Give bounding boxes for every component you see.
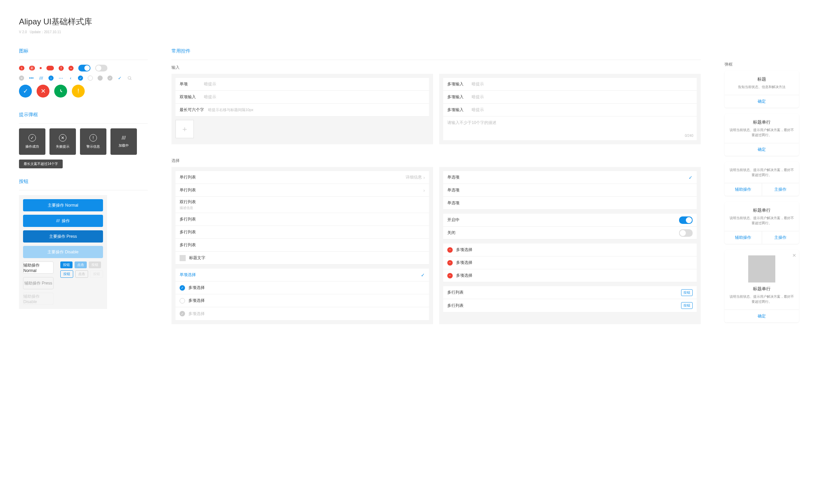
close-icon[interactable]: ✕ bbox=[792, 253, 796, 258]
switch-off[interactable] bbox=[679, 229, 693, 237]
delete-icon[interactable]: − bbox=[447, 273, 453, 278]
list-multi-2[interactable]: 多行列表 bbox=[176, 226, 429, 239]
add-image-button[interactable]: ＋ bbox=[176, 120, 194, 138]
badge-number-icon: 1 bbox=[19, 66, 24, 70]
delete-row-1[interactable]: −多项选择 bbox=[443, 244, 697, 256]
primary-button-press: 主要操作 Press bbox=[23, 230, 103, 243]
loading-icon: /// bbox=[56, 218, 60, 223]
close-circle-icon: ✕ bbox=[19, 76, 24, 81]
delete-row-3[interactable]: −多项选择 bbox=[443, 269, 697, 282]
button-stack: 主要操作 Normal ///操作 主要操作 Press 主要操作 Disabl… bbox=[19, 195, 107, 309]
delete-icon[interactable]: − bbox=[447, 247, 453, 253]
toast-fail: ✕ 失败提示 bbox=[49, 128, 76, 155]
radio-2[interactable]: 单选项 bbox=[443, 184, 697, 197]
check-circle-icon: ✓ bbox=[78, 76, 83, 81]
search-icon bbox=[127, 76, 132, 81]
list-panel-right: 单选项✓ 单选项 单选项 开启中 关闭 −多项选择 −多项选择 −多项选择 多行… bbox=[439, 167, 701, 324]
exclaim-icon: ! bbox=[89, 134, 97, 142]
toggle-off-row[interactable]: 关闭 bbox=[443, 227, 697, 239]
input-double[interactable]: 双项输入暗提示 bbox=[176, 91, 429, 104]
row-tag-button[interactable]: 按钮 bbox=[681, 289, 693, 296]
delete-row-2[interactable]: −多项选择 bbox=[443, 256, 697, 269]
tag-buttons: 按钮 点击 按钮 按钮 点击 按钮 bbox=[60, 261, 103, 278]
multi-select-unchecked[interactable]: 多项选择 bbox=[176, 294, 429, 307]
badge-new-icon: 新 bbox=[29, 66, 35, 70]
row-with-tag-2[interactable]: 多行列表按钮 bbox=[443, 299, 697, 312]
list-multi-1[interactable]: 多行列表 bbox=[176, 213, 429, 226]
textarea-input[interactable]: 请输入不少于10个字的描述 0/240 bbox=[443, 117, 697, 140]
svg-point-0 bbox=[128, 76, 130, 79]
tag-outline-disabled: 按钮 bbox=[90, 270, 103, 278]
check-icon: ✓ bbox=[117, 76, 122, 81]
section-icons: 图标 bbox=[19, 48, 148, 54]
input-multi-2[interactable]: 多项输入暗提示 bbox=[443, 91, 697, 104]
toast-warn: ! 警示信息 bbox=[80, 128, 106, 155]
thumbnail-icon bbox=[180, 255, 186, 261]
dialog-ok-button[interactable]: 确定 bbox=[724, 95, 799, 108]
switch-on-icon[interactable] bbox=[78, 65, 90, 71]
dialog-image-placeholder bbox=[748, 255, 775, 282]
secondary-button-press: 辅助操作 Press bbox=[23, 277, 54, 289]
primary-button-normal[interactable]: 主要操作 Normal bbox=[23, 199, 103, 211]
page-header: Alipay UI基础样式库 V 2.0 Update：2017.10.11 bbox=[19, 16, 799, 35]
ellipsis-dots-icon: ⋯ bbox=[58, 76, 63, 81]
pill-icon bbox=[46, 66, 54, 70]
clock-large-icon bbox=[54, 85, 67, 98]
delete-icon[interactable]: − bbox=[447, 260, 453, 266]
grey-circle-icon bbox=[98, 76, 103, 81]
section-buttons: 按钮 bbox=[19, 178, 148, 185]
input-multi-3[interactable]: 多项输入暗提示 bbox=[443, 104, 697, 117]
loading-icon: /// bbox=[122, 135, 126, 141]
dialog-primary-button[interactable]: 主操作 bbox=[762, 231, 799, 244]
sub-dialog: 弹框 bbox=[724, 62, 799, 67]
dialog-ok-button[interactable]: 确定 bbox=[724, 143, 799, 156]
toggle-on-row[interactable]: 开启中 bbox=[443, 214, 697, 227]
warning-large-icon: ! bbox=[72, 85, 85, 98]
radio-3[interactable]: 单选项 bbox=[443, 197, 697, 210]
secondary-button-normal[interactable]: 辅助操作 Normal bbox=[23, 261, 54, 274]
minus-circle-icon: – bbox=[68, 66, 74, 71]
chevron-left-icon: ‹ bbox=[68, 76, 73, 81]
dialog-primary-button[interactable]: 主操作 bbox=[762, 183, 799, 196]
multi-select-disabled: ✓多项选择 bbox=[176, 307, 429, 320]
tag-fill-light[interactable]: 点击 bbox=[75, 261, 87, 268]
list-with-thumb[interactable]: 标题文字 bbox=[176, 252, 429, 265]
tag-outline-light[interactable]: 点击 bbox=[75, 270, 88, 278]
radio-checked[interactable]: 单选项✓ bbox=[443, 171, 697, 184]
switch-on[interactable] bbox=[679, 216, 693, 224]
tag-outline[interactable]: 按钮 bbox=[60, 270, 73, 278]
cross-icon: ✕ bbox=[59, 134, 66, 142]
dialog-ok-button[interactable]: 确定 bbox=[724, 310, 799, 322]
input-multi-1[interactable]: 多项输入暗提示 bbox=[443, 78, 697, 91]
primary-button-loading[interactable]: ///操作 bbox=[23, 215, 103, 227]
dialog-3: 说明当前状态、提示用户解决方案，最好不要超过两行。 辅助操作 主操作 bbox=[724, 162, 799, 196]
check-icon: ✓ bbox=[689, 175, 693, 180]
toast-loading: /// 加载中 bbox=[110, 128, 137, 155]
input-maxsix[interactable]: 最长可六个字暗提示右移与标题间隔10px bbox=[176, 104, 429, 117]
alert-circle-icon: ! bbox=[59, 66, 64, 71]
list-double[interactable]: 双行列表描述信息 bbox=[176, 197, 429, 213]
tag-fill[interactable]: 按钮 bbox=[60, 261, 73, 268]
list-single-detail[interactable]: 单行列表详细信息› bbox=[176, 171, 429, 184]
input-panel-right: 多项输入暗提示 多项输入暗提示 多项输入暗提示 请输入不少于10个字的描述 0/… bbox=[439, 74, 701, 144]
list-single-arrow[interactable]: 单行列表› bbox=[176, 184, 429, 197]
input-single[interactable]: 单项暗提示 bbox=[176, 78, 429, 91]
row-with-tag-1[interactable]: 多行列表按钮 bbox=[443, 286, 697, 299]
svg-line-1 bbox=[130, 79, 131, 80]
list-multi-3[interactable]: 多行列表 bbox=[176, 239, 429, 252]
multi-select-checked[interactable]: ✓多项选择 bbox=[176, 281, 429, 294]
sub-input: 输入 bbox=[171, 65, 701, 70]
success-large-icon: ✓ bbox=[19, 85, 32, 98]
single-select-header[interactable]: 单项选择✓ bbox=[176, 269, 429, 281]
toast-text-only: 最长文案不超过14个字 bbox=[19, 160, 63, 168]
switch-off-icon[interactable] bbox=[95, 65, 107, 71]
row-tag-button[interactable]: 按钮 bbox=[681, 302, 693, 309]
dialog-secondary-button[interactable]: 辅助操作 bbox=[724, 183, 762, 196]
dialog-secondary-button[interactable]: 辅助操作 bbox=[724, 231, 762, 244]
section-toast: 提示弹框 bbox=[19, 112, 148, 118]
check-grey-icon: ✓ bbox=[107, 76, 113, 81]
checkbox-off-icon bbox=[180, 298, 185, 303]
dialog-2: 标题单行说明当前状态、提示用户解决方案，最好不要超过两行。 确定 bbox=[724, 114, 799, 156]
ellipsis-icon: ••• bbox=[29, 76, 34, 81]
checkbox-disabled-icon: ✓ bbox=[180, 311, 185, 316]
